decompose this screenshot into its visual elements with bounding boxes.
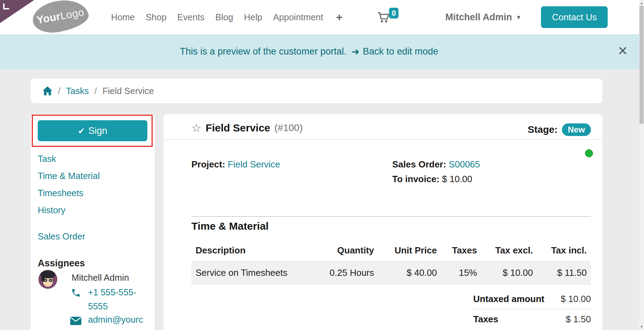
stage-badge: New bbox=[562, 123, 591, 136]
scrollbar-thumb[interactable] bbox=[639, 6, 644, 124]
vertical-scrollbar[interactable]: ▲ ▼ bbox=[639, 0, 644, 330]
sidebar-item-timesheets[interactable]: Timesheets bbox=[38, 188, 83, 198]
logo-text-light: Logo bbox=[59, 6, 85, 21]
breadcrumb-tasks[interactable]: Tasks bbox=[66, 86, 89, 96]
main-nav: Home Shop Events Blog Help Appointment + bbox=[111, 0, 343, 34]
contact-us-button[interactable]: Contact Us bbox=[541, 6, 608, 28]
table-header-row: Description Quantity Unit Price Taxes Ta… bbox=[191, 241, 591, 261]
cell-tax-excl: $ 10.00 bbox=[481, 261, 537, 285]
nav-item-appointment[interactable]: Appointment bbox=[273, 12, 323, 22]
user-menu[interactable]: Mitchell Admin ▾ bbox=[445, 0, 520, 34]
sidebar-item-task[interactable]: Task bbox=[38, 154, 56, 164]
col-taxes: Taxes bbox=[441, 241, 481, 261]
scrollbar-down-icon[interactable]: ▼ bbox=[639, 325, 644, 329]
totals-summary: Untaxed amount $ 10.00 Taxes $ 1.50 bbox=[473, 289, 591, 329]
home-icon[interactable] bbox=[43, 86, 52, 95]
cell-tax-incl: $ 11.50 bbox=[537, 261, 591, 285]
section-divider bbox=[191, 216, 591, 217]
kanban-state-dot[interactable] bbox=[585, 149, 593, 157]
breadcrumb-separator: / bbox=[58, 86, 60, 96]
project-label: Project: bbox=[191, 159, 225, 170]
time-material-heading: Time & Material bbox=[191, 220, 269, 232]
cell-taxes: 15% bbox=[441, 261, 481, 285]
table-row: Service on Timesheets 0.25 Hours $ 40.00… bbox=[191, 261, 591, 285]
task-detail-card: ☆ Field Service (#100) Stage: New Projec… bbox=[163, 114, 602, 330]
cart-count-badge: 0 bbox=[389, 8, 398, 19]
project-field: Project: Field Service bbox=[191, 159, 280, 170]
close-icon[interactable]: ✕ bbox=[617, 45, 628, 57]
taxes-row: Taxes $ 1.50 bbox=[473, 309, 591, 329]
untaxed-amount-label: Untaxed amount bbox=[473, 294, 544, 304]
user-name: Mitchell Admin bbox=[445, 12, 512, 23]
cart-button[interactable]: 0 bbox=[376, 0, 390, 34]
breadcrumb-current-page: Field Service bbox=[102, 86, 154, 96]
top-navbar: YourLogo Home Shop Events Blog Help Appo… bbox=[0, 0, 644, 34]
breadcrumb-separator: / bbox=[94, 86, 97, 96]
sidebar-item-time-material[interactable]: Time & Material bbox=[38, 171, 100, 181]
task-reference: (#100) bbox=[275, 122, 303, 134]
time-material-table: Description Quantity Unit Price Taxes Ta… bbox=[191, 241, 591, 285]
assignee-name: Mitchell Admin bbox=[72, 273, 129, 283]
nav-item-events[interactable]: Events bbox=[177, 12, 205, 22]
sales-order-link[interactable]: S00065 bbox=[449, 159, 480, 170]
site-logo[interactable]: YourLogo bbox=[30, 0, 91, 36]
assignees-heading: Assignees bbox=[38, 258, 85, 269]
cell-unit-price: $ 40.00 bbox=[378, 261, 441, 285]
check-icon: ✔ bbox=[78, 126, 85, 136]
cart-icon bbox=[376, 10, 390, 24]
nav-item-help[interactable]: Help bbox=[244, 12, 262, 22]
col-tax-incl: Tax incl. bbox=[537, 241, 591, 261]
cell-description: Service on Timesheets bbox=[191, 261, 314, 285]
arrow-right-icon: ➜ bbox=[351, 46, 359, 57]
sidebar-item-sales-order[interactable]: Sales Order bbox=[38, 231, 85, 242]
to-invoice-value: $ 10.00 bbox=[442, 174, 473, 184]
preview-banner-message: This is a preview of the customer portal… bbox=[180, 46, 346, 57]
sales-order-field: Sales Order: S00065 bbox=[392, 159, 480, 170]
star-icon[interactable]: ☆ bbox=[191, 121, 202, 135]
stage-label: Stage: bbox=[528, 124, 558, 135]
project-link[interactable]: Field Service bbox=[228, 159, 280, 170]
add-page-icon[interactable]: + bbox=[336, 11, 343, 24]
corner-ribbon-icon bbox=[3, 3, 9, 9]
stage-indicator: Stage: New bbox=[528, 123, 591, 136]
preview-banner: This is a preview of the customer portal… bbox=[0, 34, 644, 69]
untaxed-amount-value: $ 10.00 bbox=[561, 294, 591, 304]
back-to-edit-link[interactable]: Back to edit mode bbox=[363, 46, 438, 57]
to-invoice-label: To invoice: bbox=[392, 174, 439, 184]
col-description: Description bbox=[191, 241, 314, 261]
logo-text-bold: Your bbox=[36, 10, 61, 26]
sidebar-item-history[interactable]: History bbox=[38, 205, 65, 215]
col-tax-excl: Tax excl. bbox=[481, 241, 537, 261]
col-unit-price: Unit Price bbox=[378, 241, 441, 261]
to-invoice-field: To invoice: $ 10.00 bbox=[392, 174, 472, 185]
nav-item-shop[interactable]: Shop bbox=[146, 12, 167, 22]
cell-quantity: 0.25 Hours bbox=[314, 261, 378, 285]
task-title: Field Service bbox=[206, 122, 270, 134]
nav-item-home[interactable]: Home bbox=[111, 12, 135, 22]
scrollbar-up-icon[interactable]: ▲ bbox=[639, 1, 644, 5]
assignee-avatar bbox=[38, 270, 57, 289]
sign-button[interactable]: ✔Sign bbox=[38, 120, 147, 141]
taxes-value: $ 1.50 bbox=[566, 314, 591, 325]
assignee-email-link[interactable]: admin@yourc bbox=[88, 315, 143, 325]
caret-down-icon: ▾ bbox=[517, 13, 520, 21]
header-divider bbox=[163, 139, 602, 140]
nav-item-blog[interactable]: Blog bbox=[215, 12, 233, 22]
sign-button-label: Sign bbox=[88, 125, 107, 136]
envelope-icon[interactable] bbox=[70, 317, 81, 325]
phone-icon[interactable] bbox=[71, 288, 81, 298]
task-header: ☆ Field Service (#100) bbox=[191, 121, 303, 135]
col-quantity: Quantity bbox=[314, 241, 378, 261]
breadcrumb: / Tasks / Field Service bbox=[31, 79, 602, 103]
assignee-phone-link[interactable]: +1 555-555-5555 bbox=[88, 285, 145, 313]
sales-order-label: Sales Order: bbox=[392, 159, 446, 170]
untaxed-amount-row: Untaxed amount $ 10.00 bbox=[473, 289, 591, 309]
taxes-label: Taxes bbox=[473, 314, 498, 325]
